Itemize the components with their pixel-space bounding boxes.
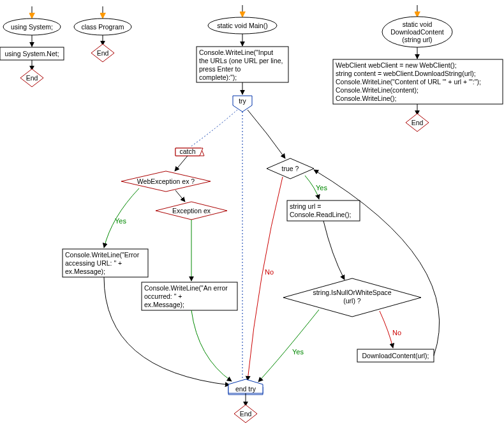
end-node-main: End <box>234 405 257 423</box>
node-err-occur-l1: Console.WriteLine("An error <box>144 284 228 292</box>
svg-text:string.IsNullOrWhiteSpace: string.IsNullOrWhiteSpace <box>313 289 391 296</box>
end-node-using: End <box>20 69 43 87</box>
node-exception: Exception ex <box>156 202 227 220</box>
node-err-access-l3: ex.Message); <box>65 268 105 275</box>
flowchart-canvas: using System; using System.Net; End clas… <box>0 0 504 438</box>
node-using-system-label: using System; <box>11 23 53 31</box>
label-no: No <box>265 268 274 276</box>
edge-null-no <box>380 311 393 348</box>
edge-try-catch <box>191 110 237 146</box>
node-dl-b4: Console.WriteLine(content); <box>336 86 419 94</box>
node-prompt-l1: Console.WriteLine("Input <box>199 49 273 56</box>
svg-text:End: End <box>26 74 38 82</box>
svg-text:Exception ex: Exception ex <box>172 207 211 215</box>
node-dl-b1: WebClient webClient = new WebClient(); <box>336 61 457 69</box>
node-prompt-l3: press Enter to <box>199 65 241 73</box>
edge-null-yes <box>258 310 319 382</box>
end-node-class: End <box>91 44 114 62</box>
node-readline-l1: string url = <box>290 202 321 210</box>
edge-download-back <box>314 170 440 356</box>
node-webexception: WebException ex ? <box>121 171 211 192</box>
node-prompt-l4: complete):"); <box>199 73 237 81</box>
svg-text:WebException ex ?: WebException ex ? <box>137 177 195 185</box>
node-using-net-label: using System.Net; <box>4 50 59 57</box>
svg-text:end try: end try <box>235 385 256 393</box>
node-dl-b2: string content = webClient.DownloadStrin… <box>336 70 476 77</box>
edge-erroccur-endtry <box>191 310 232 381</box>
label-yes: Yes <box>292 348 304 356</box>
node-dl-h1: static void <box>403 20 433 28</box>
node-err-occur-l2: occurred: " + <box>144 292 182 300</box>
node-dl-b5: Console.WriteLine(); <box>336 94 397 102</box>
label-yes: Yes <box>316 184 327 192</box>
svg-text:End: End <box>411 119 424 126</box>
label-yes: Yes <box>115 217 126 225</box>
node-nullorws: string.IsNullOrWhiteSpace (url) ? <box>283 278 421 317</box>
node-try: try <box>233 96 252 112</box>
edge-readline-null <box>323 221 345 280</box>
svg-text:End: End <box>97 49 109 57</box>
label-no: No <box>392 329 401 336</box>
node-dl-h3: (string url) <box>402 36 432 43</box>
edge <box>175 190 185 202</box>
svg-text:catch: catch <box>179 147 195 155</box>
edge <box>175 156 188 171</box>
edge-true-no <box>248 177 283 381</box>
node-err-access-l2: accessing URL: " + <box>65 259 122 267</box>
node-download-call-label: DownloadContent(url); <box>362 352 429 359</box>
end-node-download: End <box>406 114 429 132</box>
edge-try-true <box>248 110 285 158</box>
node-prompt-l2: the URLs (one URL per line, <box>199 57 283 64</box>
node-err-access-l1: Console.WriteLine("Error <box>65 251 140 259</box>
svg-text:(url) ?: (url) ? <box>343 297 361 305</box>
svg-text:try: try <box>239 97 246 105</box>
node-err-occur-l3: ex.Message); <box>144 301 184 308</box>
node-class-program-label: class Program <box>81 23 124 31</box>
node-main-label: static void Main() <box>217 22 267 29</box>
node-readline-l2: Console.ReadLine(); <box>290 211 351 218</box>
node-endtry: end try <box>228 379 263 395</box>
node-catch: catch <box>175 147 204 156</box>
node-true: true ? <box>267 158 314 179</box>
node-dl-h2: DownloadContent <box>390 28 444 36</box>
svg-text:End: End <box>240 410 252 418</box>
node-dl-b3: Console.WriteLine("Content of URL '" + u… <box>336 78 481 86</box>
svg-text:true ?: true ? <box>282 165 299 172</box>
